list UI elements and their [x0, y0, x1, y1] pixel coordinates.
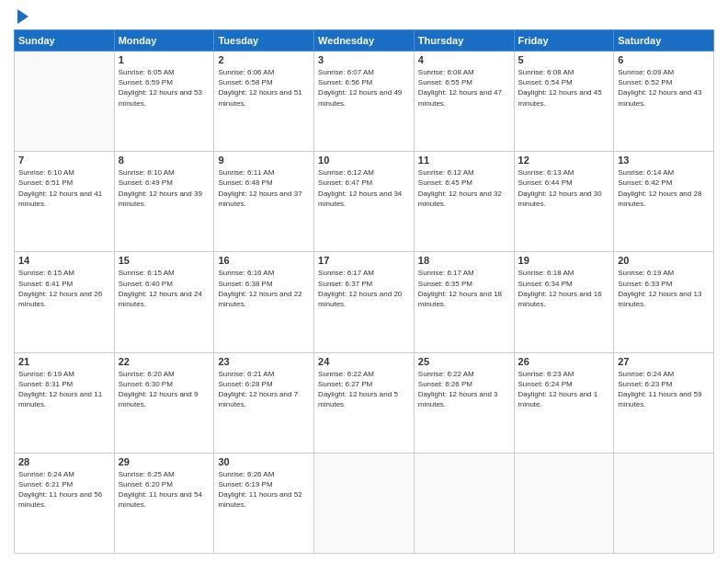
day-info: Sunrise: 6:13 AMSunset: 6:44 PMDaylight:… [518, 167, 610, 209]
day-info: Sunrise: 6:25 AMSunset: 6:20 PMDaylight:… [119, 469, 210, 511]
day-info: Sunrise: 6:23 AMSunset: 6:24 PMDaylight:… [518, 369, 610, 410]
calendar-cell [414, 453, 514, 553]
week-row-2: 7Sunrise: 6:10 AMSunset: 6:51 PMDaylight… [15, 152, 714, 252]
day-number: 6 [618, 54, 710, 65]
day-number: 10 [318, 155, 410, 166]
calendar-cell [314, 453, 415, 553]
day-number: 1 [119, 54, 210, 65]
day-info: Sunrise: 6:17 AMSunset: 6:37 PMDaylight:… [318, 268, 410, 309]
calendar-cell: 29Sunrise: 6:25 AMSunset: 6:20 PMDayligh… [114, 453, 214, 553]
day-info: Sunrise: 6:11 AMSunset: 6:48 PMDaylight:… [218, 167, 310, 209]
calendar-cell: 28Sunrise: 6:24 AMSunset: 6:21 PMDayligh… [15, 453, 115, 553]
calendar-cell: 20Sunrise: 6:19 AMSunset: 6:33 PMDayligh… [614, 252, 714, 352]
calendar-cell: 3Sunrise: 6:07 AMSunset: 6:56 PMDaylight… [314, 52, 415, 152]
calendar-cell: 4Sunrise: 6:08 AMSunset: 6:55 PMDaylight… [414, 52, 514, 152]
calendar-cell: 25Sunrise: 6:22 AMSunset: 6:26 PMDayligh… [414, 352, 514, 453]
day-number: 7 [18, 155, 110, 166]
day-info: Sunrise: 6:07 AMSunset: 6:56 PMDaylight:… [318, 67, 410, 109]
day-number: 8 [119, 155, 210, 166]
calendar-cell [15, 52, 115, 152]
calendar-body: 1Sunrise: 6:05 AMSunset: 6:59 PMDaylight… [15, 52, 714, 554]
day-info: Sunrise: 6:19 AMSunset: 6:33 PMDaylight:… [618, 268, 710, 309]
calendar-cell: 18Sunrise: 6:17 AMSunset: 6:35 PMDayligh… [414, 252, 514, 352]
weekday-header-row: SundayMondayTuesdayWednesdayThursdayFrid… [15, 30, 714, 52]
calendar-cell: 10Sunrise: 6:12 AMSunset: 6:47 PMDayligh… [314, 152, 415, 252]
day-number: 27 [618, 356, 710, 367]
day-number: 30 [218, 456, 310, 467]
day-info: Sunrise: 6:24 AMSunset: 6:23 PMDaylight:… [618, 369, 710, 410]
calendar-cell: 9Sunrise: 6:11 AMSunset: 6:48 PMDaylight… [214, 152, 314, 252]
calendar-cell: 23Sunrise: 6:21 AMSunset: 6:28 PMDayligh… [214, 352, 314, 453]
day-number: 21 [18, 356, 110, 367]
day-info: Sunrise: 6:15 AMSunset: 6:40 PMDaylight:… [119, 268, 210, 309]
calendar-cell: 21Sunrise: 6:19 AMSunset: 6:31 PMDayligh… [15, 352, 115, 453]
calendar-cell: 14Sunrise: 6:15 AMSunset: 6:41 PMDayligh… [15, 252, 115, 352]
calendar-cell: 1Sunrise: 6:05 AMSunset: 6:59 PMDaylight… [114, 52, 214, 152]
day-info: Sunrise: 6:24 AMSunset: 6:21 PMDaylight:… [18, 469, 110, 511]
logo [14, 9, 28, 22]
calendar-cell: 11Sunrise: 6:12 AMSunset: 6:45 PMDayligh… [414, 152, 514, 252]
calendar-cell: 6Sunrise: 6:09 AMSunset: 6:52 PMDaylight… [614, 52, 714, 152]
header [14, 9, 714, 22]
weekday-saturday: Saturday [614, 30, 714, 52]
day-info: Sunrise: 6:17 AMSunset: 6:35 PMDaylight:… [418, 268, 510, 309]
day-number: 14 [18, 255, 110, 266]
calendar-cell: 13Sunrise: 6:14 AMSunset: 6:42 PMDayligh… [614, 152, 714, 252]
day-number: 29 [119, 456, 210, 467]
day-info: Sunrise: 6:21 AMSunset: 6:28 PMDaylight:… [218, 369, 310, 410]
day-number: 26 [518, 356, 610, 367]
day-number: 15 [119, 255, 210, 266]
calendar-cell: 19Sunrise: 6:18 AMSunset: 6:34 PMDayligh… [514, 252, 614, 352]
calendar-cell: 26Sunrise: 6:23 AMSunset: 6:24 PMDayligh… [514, 352, 614, 453]
calendar-cell: 24Sunrise: 6:22 AMSunset: 6:27 PMDayligh… [314, 352, 415, 453]
day-info: Sunrise: 6:20 AMSunset: 6:30 PMDaylight:… [119, 369, 210, 410]
logo-arrow-icon [17, 9, 28, 24]
calendar-cell: 7Sunrise: 6:10 AMSunset: 6:51 PMDaylight… [15, 152, 115, 252]
week-row-1: 1Sunrise: 6:05 AMSunset: 6:59 PMDaylight… [15, 52, 714, 152]
day-info: Sunrise: 6:12 AMSunset: 6:45 PMDaylight:… [418, 167, 510, 209]
day-info: Sunrise: 6:09 AMSunset: 6:52 PMDaylight:… [618, 67, 710, 109]
day-info: Sunrise: 6:26 AMSunset: 6:19 PMDaylight:… [218, 469, 310, 511]
day-number: 3 [318, 54, 410, 65]
day-info: Sunrise: 6:15 AMSunset: 6:41 PMDaylight:… [18, 268, 110, 309]
day-info: Sunrise: 6:22 AMSunset: 6:26 PMDaylight:… [418, 369, 510, 410]
day-number: 2 [218, 54, 310, 65]
day-info: Sunrise: 6:10 AMSunset: 6:49 PMDaylight:… [119, 167, 210, 209]
day-number: 20 [618, 255, 710, 266]
weekday-tuesday: Tuesday [214, 30, 314, 52]
day-number: 25 [418, 356, 510, 367]
weekday-friday: Friday [514, 30, 614, 52]
calendar-table: SundayMondayTuesdayWednesdayThursdayFrid… [14, 29, 714, 554]
calendar-cell: 2Sunrise: 6:06 AMSunset: 6:58 PMDaylight… [214, 52, 314, 152]
day-number: 11 [418, 155, 510, 166]
day-info: Sunrise: 6:18 AMSunset: 6:34 PMDaylight:… [518, 268, 610, 309]
day-info: Sunrise: 6:19 AMSunset: 6:31 PMDaylight:… [18, 369, 110, 410]
week-row-4: 21Sunrise: 6:19 AMSunset: 6:31 PMDayligh… [15, 352, 714, 453]
calendar-cell: 8Sunrise: 6:10 AMSunset: 6:49 PMDaylight… [114, 152, 214, 252]
calendar-cell: 16Sunrise: 6:16 AMSunset: 6:38 PMDayligh… [214, 252, 314, 352]
day-number: 17 [318, 255, 410, 266]
day-number: 24 [318, 356, 410, 367]
day-number: 28 [18, 456, 110, 467]
weekday-monday: Monday [114, 30, 214, 52]
day-info: Sunrise: 6:05 AMSunset: 6:59 PMDaylight:… [119, 67, 210, 109]
day-info: Sunrise: 6:14 AMSunset: 6:42 PMDaylight:… [618, 167, 710, 209]
day-number: 22 [119, 356, 210, 367]
calendar-cell: 15Sunrise: 6:15 AMSunset: 6:40 PMDayligh… [114, 252, 214, 352]
calendar-cell: 27Sunrise: 6:24 AMSunset: 6:23 PMDayligh… [614, 352, 714, 453]
week-row-3: 14Sunrise: 6:15 AMSunset: 6:41 PMDayligh… [15, 252, 714, 352]
day-number: 5 [518, 54, 610, 65]
day-info: Sunrise: 6:08 AMSunset: 6:55 PMDaylight:… [418, 67, 510, 109]
day-number: 18 [418, 255, 510, 266]
weekday-thursday: Thursday [414, 30, 514, 52]
calendar-cell: 30Sunrise: 6:26 AMSunset: 6:19 PMDayligh… [214, 453, 314, 553]
day-number: 12 [518, 155, 610, 166]
day-number: 13 [618, 155, 710, 166]
calendar-cell: 12Sunrise: 6:13 AMSunset: 6:44 PMDayligh… [514, 152, 614, 252]
calendar-cell: 22Sunrise: 6:20 AMSunset: 6:30 PMDayligh… [114, 352, 214, 453]
day-number: 23 [218, 356, 310, 367]
page: SundayMondayTuesdayWednesdayThursdayFrid… [0, 0, 728, 563]
day-number: 4 [418, 54, 510, 65]
day-info: Sunrise: 6:08 AMSunset: 6:54 PMDaylight:… [518, 67, 610, 109]
day-info: Sunrise: 6:12 AMSunset: 6:47 PMDaylight:… [318, 167, 410, 209]
